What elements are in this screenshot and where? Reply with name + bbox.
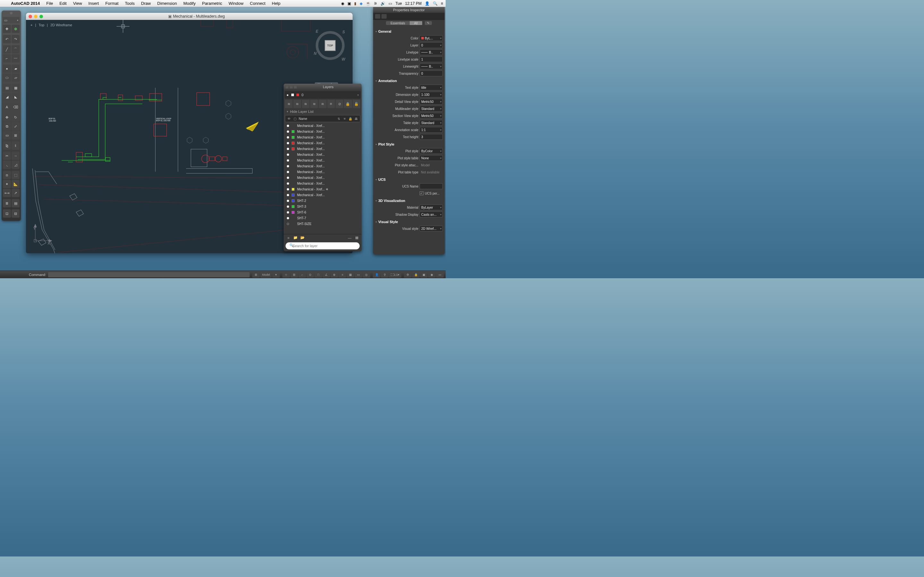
layer-row[interactable]: Mechanical - Xref...	[285, 175, 360, 181]
layer-unlock-icon[interactable]: 🔓	[352, 100, 360, 108]
plottable-dropdown[interactable]: None	[420, 155, 443, 161]
fillet-tool[interactable]: ◟	[3, 161, 11, 169]
command-input[interactable]	[48, 272, 250, 277]
ortho-toggle[interactable]: ⌐	[298, 272, 306, 277]
boundary-tool[interactable]: ◣	[11, 93, 19, 101]
layer-row[interactable]: Mechanical - Xref...	[285, 152, 360, 157]
status-bookmark-icon[interactable]: ▮	[354, 1, 357, 6]
hide-layer-list-toggle[interactable]: Hide Layer List	[284, 108, 362, 115]
section-visualstyle[interactable]: Visual Style	[375, 218, 443, 225]
status-wifi-icon[interactable]: ⚞	[374, 1, 377, 6]
menu-parametric[interactable]: Parametric	[199, 1, 226, 6]
layer-row[interactable]: Mechanical - Xref...	[285, 123, 360, 129]
osnap-toggle[interactable]: □	[314, 272, 322, 277]
spline-tool[interactable]: 〰	[11, 54, 19, 63]
folder-icon[interactable]: 📁	[292, 235, 298, 240]
layer-row[interactable]: SHT-2	[285, 198, 360, 203]
swatch-column-icon[interactable]: ▢	[293, 117, 297, 121]
dim-tool[interactable]: ⟷	[3, 189, 11, 197]
layer-row[interactable]: Mechanical - Xref... ✳	[285, 186, 360, 192]
layer-row[interactable]: SHT-SIZE	[285, 221, 360, 227]
line-tool[interactable]: ╱	[3, 45, 11, 53]
prop-icon-1[interactable]	[375, 14, 380, 19]
layer-row[interactable]: Mechanical - Xref...	[285, 134, 360, 140]
status-layout-icon[interactable]: ⊞	[252, 272, 260, 277]
status-image-icon[interactable]: ▣	[347, 1, 351, 6]
menu-window[interactable]: Window	[226, 1, 247, 6]
dyn-toggle[interactable]: ⊕	[330, 272, 338, 277]
close-icon[interactable]	[29, 15, 32, 18]
layer-state-icon[interactable]: ≋	[293, 100, 301, 108]
tool-btn[interactable]: ⬢	[11, 25, 19, 33]
ungroup-tool[interactable]: ⊟	[11, 210, 19, 218]
vs-dropdown[interactable]: 2D Wiref...	[420, 226, 443, 231]
move-tool[interactable]: ✥	[3, 113, 11, 121]
menubar-day[interactable]: Tue	[395, 1, 402, 6]
visibility-column-icon[interactable]: 👁	[287, 117, 291, 121]
annoscale-dropdown[interactable]: 1:1	[420, 127, 443, 133]
properties-tool[interactable]: ▤	[11, 199, 19, 207]
layer-row[interactable]: SHT-7	[285, 215, 360, 221]
app-name[interactable]: AutoCAD 2014	[8, 1, 43, 6]
status-chevron-icon[interactable]: ▾	[272, 272, 280, 277]
layers-titlebar[interactable]: Layers	[284, 84, 362, 90]
insert-tool[interactable]: ⬚	[11, 171, 19, 179]
linetype-dropdown[interactable]: B..	[420, 49, 443, 55]
section-general[interactable]: General	[375, 27, 443, 35]
layer-row[interactable]: Mechanical - Xref...	[285, 157, 360, 163]
color-dropdown[interactable]: ByL...	[420, 35, 443, 41]
tab-all[interactable]: All	[410, 21, 422, 25]
lock-column-icon[interactable]: 🔒	[349, 117, 352, 121]
layers-header[interactable]: 👁 ▢ Name ⇅ ✳ 🔒 🖶	[285, 115, 360, 122]
mirror-tool[interactable]: ⧎	[3, 141, 11, 150]
polygon-tool[interactable]: ▱	[11, 73, 19, 82]
layer-row[interactable]: Mechanical - Xref...	[285, 163, 360, 169]
explode-tool[interactable]: ✦	[3, 180, 11, 188]
trim-tool[interactable]: ✂	[3, 152, 11, 160]
status-eye-icon[interactable]: ◉	[341, 1, 344, 6]
layer-row[interactable]: Mechanical - Xref...	[285, 129, 360, 134]
status-volume-icon[interactable]: 🔊	[381, 1, 385, 6]
shadow-dropdown[interactable]: Casts an...	[420, 211, 443, 218]
isolate-icon[interactable]: ◉	[428, 272, 436, 277]
layers-list[interactable]: Mechanical - Xref...Mechanical - Xref...…	[285, 123, 360, 234]
detailview-dropdown[interactable]: Metric50	[420, 99, 443, 105]
menu-tools[interactable]: Tools	[121, 1, 137, 6]
menu-insert[interactable]: Insert	[86, 1, 102, 6]
hardware-accel-icon[interactable]: ▣	[420, 272, 428, 277]
ellipse-tool[interactable]: ⬭	[3, 73, 11, 82]
sectionview-dropdown[interactable]: Metric50	[420, 113, 443, 119]
collapse-icon[interactable]: —	[347, 236, 352, 240]
layer-filter-icon[interactable]: ≋	[285, 100, 292, 108]
ucsname-input[interactable]	[420, 183, 443, 189]
region-tool[interactable]: ◢	[3, 93, 11, 101]
workspace-icon[interactable]: ⚙	[404, 272, 412, 277]
stretch-tool[interactable]: ▭	[3, 131, 11, 139]
status-battery-icon[interactable]: ▭	[389, 1, 392, 6]
hatch-tool[interactable]: ▤	[3, 84, 11, 92]
chamfer-tool[interactable]: ◿	[11, 161, 19, 169]
settings-icon[interactable]: ▦	[354, 235, 360, 240]
circle-tool[interactable]: ●	[3, 64, 11, 73]
viewcube[interactable]: TOP NSEW	[316, 31, 344, 60]
textheight-input[interactable]: 3	[420, 134, 443, 140]
plot-column-icon[interactable]: 🖶	[354, 117, 358, 121]
layer-states-icon[interactable]: ≡	[286, 236, 291, 240]
ltscale-input[interactable]: 1	[420, 56, 443, 62]
minimize-icon[interactable]	[34, 15, 37, 18]
textstyle-dropdown[interactable]: title	[420, 85, 443, 90]
menu-format[interactable]: Format	[102, 1, 121, 6]
lock-ui-icon[interactable]: 🔒	[412, 272, 420, 277]
section-ucs[interactable]: UCS	[375, 176, 443, 183]
model-button[interactable]: Model	[260, 272, 272, 277]
tab-essentials[interactable]: Essentials	[386, 21, 410, 25]
extend-tool[interactable]: →	[11, 152, 19, 160]
anno-scale-button[interactable]: ⛶ 1:1 ▾	[389, 272, 401, 277]
menu-edit[interactable]: Edit	[56, 1, 69, 6]
array-tool[interactable]: ⊞	[11, 131, 19, 139]
scale-tool[interactable]: ⤢	[11, 122, 19, 131]
menu-file[interactable]: File	[43, 1, 56, 6]
gradient-tool[interactable]: ▦	[11, 84, 19, 92]
copy-tool[interactable]: ⧉	[3, 122, 11, 131]
menu-dimension[interactable]: Dimension	[154, 1, 180, 6]
